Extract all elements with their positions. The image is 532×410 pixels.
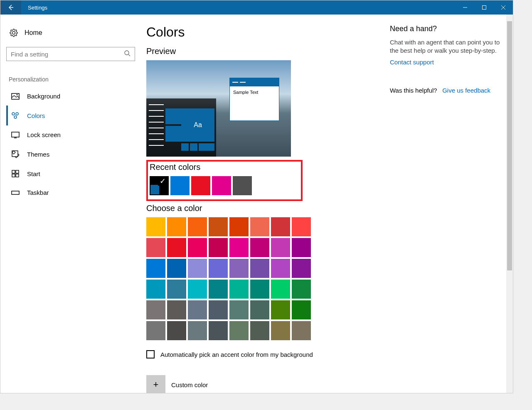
auto-pick-label: Automatically pick an accent color from … xyxy=(160,351,313,358)
color-swatch[interactable] xyxy=(188,321,207,340)
recent-color-swatch[interactable] xyxy=(233,176,252,195)
plus-icon: + xyxy=(153,379,159,390)
color-swatch[interactable] xyxy=(292,217,311,236)
recent-color-swatch[interactable] xyxy=(191,176,210,195)
color-swatch[interactable] xyxy=(271,300,290,319)
color-swatch[interactable] xyxy=(209,259,228,278)
color-swatch[interactable] xyxy=(229,300,249,319)
give-feedback-link[interactable]: Give us feedback xyxy=(442,87,490,94)
color-swatch[interactable] xyxy=(167,280,186,299)
nav-icon xyxy=(11,111,20,120)
recent-colors-highlight: Recent colors xyxy=(146,160,303,201)
color-swatch[interactable] xyxy=(250,321,269,340)
maximize-button[interactable] xyxy=(475,0,494,15)
color-swatch[interactable] xyxy=(209,280,228,299)
search-icon xyxy=(124,50,131,58)
color-swatch[interactable] xyxy=(146,259,165,278)
color-swatch[interactable] xyxy=(250,259,269,278)
search-input[interactable] xyxy=(11,51,124,58)
color-swatch[interactable] xyxy=(188,259,207,278)
scrollbar[interactable] xyxy=(506,15,513,393)
color-swatch[interactable] xyxy=(292,321,311,340)
svg-point-8 xyxy=(17,94,18,95)
color-swatch[interactable] xyxy=(229,217,249,236)
color-swatch[interactable] xyxy=(271,238,290,257)
color-swatch[interactable] xyxy=(229,238,249,257)
color-swatch[interactable] xyxy=(167,238,186,257)
sidebar-item-background[interactable]: Background xyxy=(6,87,140,106)
preview-tile-tiny xyxy=(199,143,214,151)
sidebar-item-taskbar[interactable]: Taskbar xyxy=(6,183,140,202)
sidebar-item-start[interactable]: Start xyxy=(6,164,140,183)
color-swatch[interactable] xyxy=(271,259,290,278)
color-swatch[interactable] xyxy=(271,321,290,340)
color-swatch[interactable] xyxy=(229,280,249,299)
section-label: Personalization xyxy=(9,76,140,83)
color-swatch[interactable] xyxy=(167,300,186,319)
sidebar: Home Personalization BackgroundColorsLoc… xyxy=(0,15,140,393)
color-swatch[interactable] xyxy=(229,321,249,340)
color-swatch[interactable] xyxy=(250,238,269,257)
color-swatch[interactable] xyxy=(188,280,207,299)
color-swatch[interactable] xyxy=(146,238,165,257)
nav-icon xyxy=(11,93,20,100)
recent-color-swatch[interactable] xyxy=(212,176,231,195)
helpful-question: Was this helpful? xyxy=(390,87,437,94)
color-swatch[interactable] xyxy=(146,321,165,340)
color-swatch[interactable] xyxy=(188,238,207,257)
close-button[interactable] xyxy=(494,0,513,15)
auto-pick-checkbox[interactable] xyxy=(146,350,155,358)
home-nav[interactable]: Home xyxy=(6,25,140,41)
color-swatch[interactable] xyxy=(167,217,186,236)
sidebar-item-lock-screen[interactable]: Lock screen xyxy=(6,125,140,144)
color-swatch[interactable] xyxy=(250,300,269,319)
color-swatch[interactable] xyxy=(188,217,207,236)
svg-rect-17 xyxy=(12,174,15,177)
color-swatch[interactable] xyxy=(209,300,228,319)
recent-colors-heading: Recent colors xyxy=(150,162,252,172)
preview-tile-large: Aa xyxy=(181,108,214,142)
color-swatch[interactable] xyxy=(188,300,207,319)
maximize-icon xyxy=(482,5,487,10)
svg-point-10 xyxy=(16,113,18,115)
back-button[interactable] xyxy=(0,0,21,15)
svg-point-11 xyxy=(14,116,17,118)
color-swatch[interactable] xyxy=(292,300,311,319)
custom-color-button[interactable]: + xyxy=(146,375,165,393)
color-swatch[interactable] xyxy=(271,217,290,236)
color-swatch[interactable] xyxy=(146,280,165,299)
contact-support-link[interactable]: Contact support xyxy=(390,59,434,66)
svg-rect-12 xyxy=(12,132,19,137)
color-swatch[interactable] xyxy=(209,217,228,236)
color-swatch[interactable] xyxy=(229,259,249,278)
color-swatch[interactable] xyxy=(167,259,186,278)
nav-icon xyxy=(11,170,20,177)
recent-color-swatch[interactable] xyxy=(170,176,190,195)
svg-line-6 xyxy=(128,54,130,56)
preview-tile-tiny xyxy=(190,143,197,151)
close-icon xyxy=(501,5,506,10)
color-swatch[interactable] xyxy=(209,321,228,340)
search-box[interactable] xyxy=(6,47,135,61)
color-swatch[interactable] xyxy=(292,238,311,257)
color-swatch[interactable] xyxy=(167,321,186,340)
color-swatch[interactable] xyxy=(250,217,269,236)
color-swatch[interactable] xyxy=(146,217,165,236)
preview-tile-tiny xyxy=(181,143,189,151)
color-swatch[interactable] xyxy=(250,280,269,299)
color-swatch[interactable] xyxy=(146,300,165,319)
minimize-button[interactable] xyxy=(456,0,475,15)
color-swatch[interactable] xyxy=(271,280,290,299)
sidebar-item-themes[interactable]: Themes xyxy=(6,144,140,164)
color-swatch[interactable] xyxy=(292,280,311,299)
svg-rect-16 xyxy=(16,170,19,173)
auto-pick-row: Automatically pick an accent color from … xyxy=(146,350,390,358)
recent-color-swatch[interactable] xyxy=(150,176,169,195)
minimize-icon xyxy=(463,5,468,10)
settings-window: Settings Home Personalization Backgr xyxy=(0,0,513,393)
scrollbar-thumb[interactable] xyxy=(507,21,512,270)
preview-heading: Preview xyxy=(146,47,390,56)
sidebar-item-colors[interactable]: Colors xyxy=(6,106,140,125)
color-swatch[interactable] xyxy=(209,238,228,257)
color-swatch[interactable] xyxy=(292,259,311,278)
